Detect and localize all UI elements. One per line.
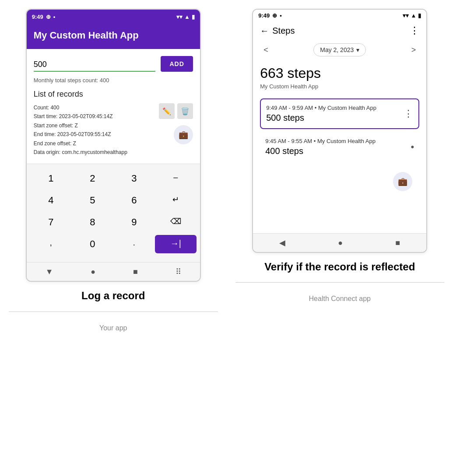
app-title: My Custom Health App — [34, 30, 139, 41]
date-pill[interactable]: May 2, 2023 ▾ — [313, 43, 366, 56]
date-prev-button[interactable]: < — [260, 44, 272, 56]
step-record-info-2: 9:45 AM - 9:55 AM • My Custom Health App… — [265, 138, 411, 156]
monthly-total: Monthly total steps count: 400 — [34, 77, 193, 84]
battery-icon: ▮ — [192, 14, 195, 20]
left-time: 9:49 — [32, 14, 43, 20]
left-title: Log a record — [81, 289, 145, 302]
step-record-plain: 9:45 AM - 9:55 AM • My Custom Health App… — [260, 133, 419, 161]
dot-icon: • — [53, 14, 56, 20]
left-label: Log a record — [81, 289, 145, 302]
right-wifi-icon: ▾▾ — [403, 12, 409, 19]
step-input-container: 500 — [34, 60, 156, 72]
back-button[interactable]: ← — [260, 26, 269, 36]
right-nav-square[interactable]: ■ — [395, 238, 400, 248]
right-divider — [235, 282, 445, 283]
record-end-zone: End zone offset: Z — [34, 139, 155, 148]
right-phone-column: 9:49 ⊕ • ▾▾ ▲ ▮ ← Steps ⋮ — [235, 9, 445, 303]
right-nav-home[interactable]: ● — [338, 238, 343, 248]
list-title: List of records — [34, 90, 193, 99]
record-end-time: End time: 2023-05-02T09:55:14Z — [34, 130, 155, 139]
action-buttons: ✏️ 🗑️ — [159, 103, 193, 119]
right-nav-back[interactable]: ◀ — [279, 238, 285, 248]
key-5[interactable]: 5 — [72, 191, 113, 210]
left-status-bar-left: 9:49 ⊕ • — [32, 14, 56, 20]
right-signal-icon: ▲ — [411, 12, 416, 19]
app-header: My Custom Health App — [27, 24, 200, 49]
key-2[interactable]: 2 — [72, 169, 113, 188]
left-sublabel: Your app — [99, 324, 127, 332]
keyboard-row-2: 4 5 6 ↵ — [30, 191, 197, 210]
key-0[interactable]: 0 — [72, 235, 113, 253]
edit-button[interactable]: ✏️ — [159, 103, 175, 119]
key-dash[interactable]: – — [155, 169, 197, 188]
right-compass-icon: ⊕ — [272, 12, 277, 19]
right-title: Verify if the record is reflected — [264, 260, 415, 273]
keyboard-row-4: , 0 . →| — [30, 235, 197, 253]
keyboard-row-3: 7 8 9 ⌫ — [30, 213, 197, 231]
key-6[interactable]: 6 — [113, 191, 155, 210]
step-record-count-1: 500 steps — [266, 113, 404, 123]
left-status-bar-right: ▾▾ ▲ ▮ — [176, 14, 195, 20]
nav-dropdown[interactable]: ▼ — [46, 267, 53, 276]
hc-fab-container: 💼 — [253, 165, 426, 198]
hc-title: Steps — [272, 26, 295, 36]
briefcase-icon: 💼 — [179, 130, 188, 140]
right-phone-frame: 9:49 ⊕ • ▾▾ ▲ ▮ ← Steps ⋮ — [252, 9, 427, 253]
step-record-highlighted: 9:49 AM - 9:59 AM • My Custom Health App… — [260, 98, 419, 129]
key-return[interactable]: ↵ — [155, 191, 197, 210]
compass-icon: ⊕ — [46, 14, 51, 20]
app-content: 500 ADD Monthly total steps count: 400 L… — [27, 49, 200, 164]
right-sublabel: Health Connect app — [309, 295, 371, 303]
key-4[interactable]: 4 — [30, 191, 72, 210]
right-status-bar-right: ▾▾ ▲ ▮ — [403, 12, 421, 19]
left-phone-column: 9:49 ⊕ • ▾▾ ▲ ▮ My Custom Health App 50 — [9, 9, 218, 332]
key-dot[interactable]: . — [113, 235, 155, 253]
record-origin: Data origin: com.hc.mycustomhealthapp — [34, 148, 155, 157]
keyboard-row-1: 1 2 3 – — [30, 169, 197, 188]
left-nav-bar: ▼ ● ■ ⠿ — [27, 262, 200, 281]
total-steps: 663 steps — [253, 60, 426, 83]
key-backspace[interactable]: ⌫ — [155, 213, 197, 231]
wifi-icon: ▾▾ — [176, 14, 183, 20]
fab-button[interactable]: 💼 — [174, 125, 193, 144]
nav-dots[interactable]: ⠿ — [176, 267, 181, 276]
left-divider — [9, 312, 218, 312]
right-status-bar-left: 9:49 ⊕ • — [258, 12, 282, 19]
key-comma[interactable]: , — [30, 235, 72, 253]
key-7[interactable]: 7 — [30, 213, 72, 231]
delete-button[interactable]: 🗑️ — [177, 103, 193, 119]
step-input-value[interactable]: 500 — [34, 60, 156, 72]
record-actions: ✏️ 🗑️ 💼 — [159, 103, 193, 144]
key-next[interactable]: →| — [155, 235, 197, 253]
right-battery-icon: ▮ — [418, 12, 421, 19]
nav-square[interactable]: ■ — [133, 267, 138, 276]
hc-toolbar-left: ← Steps — [260, 26, 295, 36]
nav-home[interactable]: ● — [91, 267, 95, 276]
step-record-info-1: 9:49 AM - 9:59 AM • My Custom Health App… — [266, 105, 404, 123]
left-phone-frame: 9:49 ⊕ • ▾▾ ▲ ▮ My Custom Health App 50 — [26, 9, 201, 282]
step-record-time-2: 9:45 AM - 9:55 AM • My Custom Health App — [265, 138, 411, 144]
step-record-more-2[interactable]: • — [411, 141, 414, 153]
add-button[interactable]: ADD — [161, 56, 193, 72]
step-record-time-1: 9:49 AM - 9:59 AM • My Custom Health App — [266, 105, 404, 111]
spacer — [253, 198, 426, 233]
input-row: 500 ADD — [34, 56, 193, 72]
date-next-button[interactable]: > — [408, 44, 420, 56]
keyboard-area: 1 2 3 – 4 5 6 ↵ 7 8 9 ⌫ , — [27, 164, 200, 262]
date-label: May 2, 2023 — [320, 46, 354, 53]
key-8[interactable]: 8 — [72, 213, 113, 231]
right-label: Verify if the record is reflected — [264, 260, 415, 273]
hc-fab-button[interactable]: 💼 — [393, 172, 412, 191]
right-status-bar: 9:49 ⊕ • ▾▾ ▲ ▮ — [253, 10, 426, 21]
more-button[interactable]: ⋮ — [410, 25, 419, 36]
right-dot-icon: • — [280, 12, 282, 19]
signal-icon: ▲ — [184, 14, 190, 20]
right-time: 9:49 — [258, 12, 270, 19]
record-count: Count: 400 — [34, 103, 155, 112]
key-1[interactable]: 1 — [30, 169, 72, 188]
key-9[interactable]: 9 — [113, 213, 155, 231]
step-record-more-1[interactable]: ⋮ — [404, 108, 413, 119]
key-3[interactable]: 3 — [113, 169, 155, 188]
step-record-count-2: 400 steps — [265, 146, 411, 156]
date-dropdown-icon: ▾ — [356, 46, 359, 53]
